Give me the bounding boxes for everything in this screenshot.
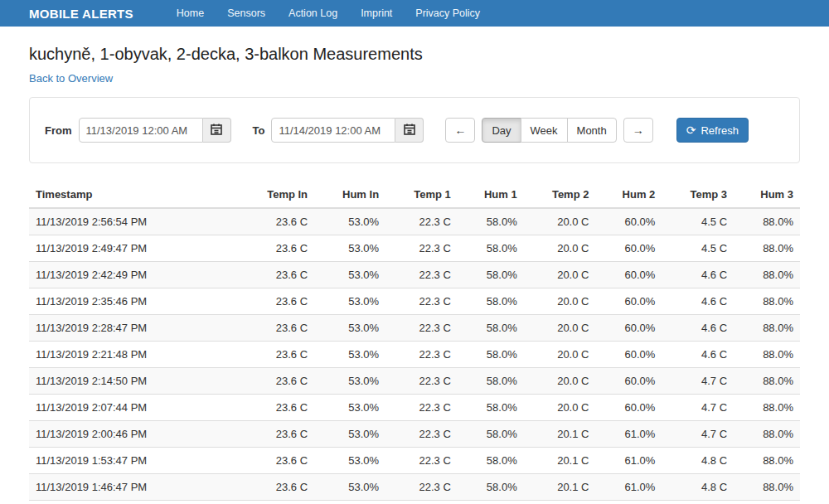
- table-cell: 23.6 C: [237, 448, 314, 474]
- nav-item-imprint[interactable]: Imprint: [349, 0, 404, 27]
- table-cell: 53.0%: [314, 208, 385, 235]
- table-cell: 22.3 C: [385, 421, 458, 448]
- table-cell: 20.0 C: [524, 288, 596, 315]
- table-cell: 20.1 C: [524, 501, 596, 504]
- table-cell: 11/13/2019 2:42:49 PM: [29, 262, 237, 288]
- table-row: 11/13/2019 2:56:54 PM23.6 C53.0%22.3 C58…: [29, 208, 800, 235]
- refresh-button[interactable]: ⟳ Refresh: [676, 118, 749, 143]
- refresh-button-label: Refresh: [701, 124, 739, 137]
- column-header-temp-3: Temp 3: [662, 182, 734, 208]
- column-header-temp-in: Temp In: [237, 182, 314, 208]
- table-cell: 61.0%: [595, 474, 662, 501]
- table-cell: 22.3 C: [385, 501, 458, 504]
- table-cell: 58.0%: [458, 448, 524, 474]
- table-cell: 61.0%: [595, 421, 662, 448]
- nav-item-home[interactable]: Home: [165, 0, 216, 27]
- filter-panel: From To ← Day: [29, 97, 800, 163]
- page: MOBILE ALERTS Home Sensors Action Log Im…: [0, 0, 829, 504]
- table-cell: 11/13/2019 1:39:46 PM: [29, 501, 237, 504]
- table-cell: 53.0%: [314, 368, 385, 395]
- from-datetime-input[interactable]: [79, 118, 203, 143]
- table-cell: 11/13/2019 2:28:47 PM: [29, 315, 237, 342]
- main-container: kuchyně, 1-obyvak, 2-decka, 3-balkon Mea…: [0, 45, 829, 504]
- table-cell: 11/13/2019 2:00:46 PM: [29, 421, 237, 448]
- back-to-overview-link[interactable]: Back to Overview: [29, 72, 113, 85]
- table-cell: 58.0%: [458, 288, 524, 315]
- table-cell: 60.0%: [595, 342, 662, 368]
- table-cell: 88.0%: [734, 288, 800, 315]
- table-cell: 88.0%: [734, 448, 800, 474]
- table-cell: 23.6 C: [237, 474, 314, 501]
- table-cell: 58.0%: [458, 368, 524, 395]
- table-cell: 23.6 C: [237, 395, 314, 421]
- table-cell: 53.0%: [314, 315, 385, 342]
- table-cell: 22.3 C: [385, 448, 458, 474]
- table-cell: 4.6 C: [662, 315, 734, 342]
- table-cell: 4.7 C: [662, 421, 734, 448]
- previous-period-button[interactable]: ←: [445, 118, 475, 143]
- table-cell: 53.0%: [314, 288, 385, 315]
- table-cell: 58.0%: [458, 395, 524, 421]
- table-cell: 58.0%: [458, 501, 524, 504]
- column-header-temp-2: Temp 2: [524, 182, 596, 208]
- to-calendar-button[interactable]: [395, 118, 424, 143]
- table-cell: 88.0%: [734, 474, 800, 501]
- from-datetime-group: [79, 118, 231, 143]
- table-cell: 60.0%: [595, 368, 662, 395]
- table-cell: 4.7 C: [662, 368, 734, 395]
- range-week-button[interactable]: Week: [521, 118, 568, 143]
- table-cell: 53.0%: [314, 262, 385, 288]
- table-cell: 22.3 C: [385, 208, 458, 235]
- table-cell: 20.0 C: [524, 262, 596, 288]
- table-cell: 23.6 C: [237, 315, 314, 342]
- nav-item-sensors[interactable]: Sensors: [216, 0, 277, 27]
- to-datetime-group: [271, 118, 424, 143]
- table-cell: 60.0%: [595, 395, 662, 421]
- column-header-hum-1: Hum 1: [458, 182, 524, 208]
- to-datetime-input[interactable]: [271, 118, 395, 143]
- table-row: 11/13/2019 1:39:46 PM23.6 C53.0%22.3 C58…: [29, 501, 800, 504]
- table-cell: 4.5 C: [662, 208, 734, 235]
- table-cell: 23.6 C: [237, 288, 314, 315]
- table-cell: 58.0%: [458, 474, 524, 501]
- table-cell: 20.1 C: [524, 474, 596, 501]
- nav-item-action-log[interactable]: Action Log: [277, 0, 349, 27]
- table-cell: 60.0%: [595, 208, 662, 235]
- from-calendar-button[interactable]: [203, 118, 231, 143]
- table-cell: 53.0%: [314, 474, 385, 501]
- main-nav: Home Sensors Action Log Imprint Privacy …: [165, 0, 492, 27]
- table-cell: 23.6 C: [237, 501, 314, 504]
- table-cell: 88.0%: [734, 395, 800, 421]
- calendar-icon: [404, 124, 415, 138]
- table-cell: 20.1 C: [524, 421, 596, 448]
- table-row: 11/13/2019 2:28:47 PM23.6 C53.0%22.3 C58…: [29, 315, 800, 342]
- measurements-table: Timestamp Temp In Hum In Temp 1 Hum 1 Te…: [29, 182, 800, 504]
- next-period-button[interactable]: →: [623, 118, 653, 143]
- table-cell: 22.3 C: [385, 342, 458, 368]
- table-cell: 11/13/2019 1:46:47 PM: [29, 474, 237, 501]
- range-month-button[interactable]: Month: [567, 118, 617, 143]
- table-cell: 23.6 C: [237, 262, 314, 288]
- table-cell: 88.0%: [734, 501, 800, 504]
- table-cell: 22.3 C: [385, 235, 458, 262]
- table-cell: 61.0%: [595, 448, 662, 474]
- table-cell: 4.6 C: [662, 342, 734, 368]
- table-row: 11/13/2019 2:07:44 PM23.6 C53.0%22.3 C58…: [29, 395, 800, 421]
- range-day-button[interactable]: Day: [482, 118, 521, 143]
- navbar: MOBILE ALERTS Home Sensors Action Log Im…: [0, 0, 829, 27]
- table-cell: 20.0 C: [524, 342, 596, 368]
- from-label: From: [45, 124, 72, 137]
- brand[interactable]: MOBILE ALERTS: [29, 7, 133, 21]
- table-cell: 22.3 C: [385, 368, 458, 395]
- table-cell: 58.0%: [458, 208, 524, 235]
- table-cell: 11/13/2019 2:35:46 PM: [29, 288, 237, 315]
- column-header-hum-2: Hum 2: [595, 182, 662, 208]
- table-cell: 88.0%: [734, 342, 800, 368]
- table-cell: 60.0%: [595, 315, 662, 342]
- table-cell: 53.0%: [314, 395, 385, 421]
- nav-item-privacy-policy[interactable]: Privacy Policy: [404, 0, 492, 27]
- table-cell: 20.0 C: [524, 368, 596, 395]
- table-cell: 23.6 C: [237, 421, 314, 448]
- table-cell: 88.0%: [734, 208, 800, 235]
- table-cell: 20.0 C: [524, 235, 596, 262]
